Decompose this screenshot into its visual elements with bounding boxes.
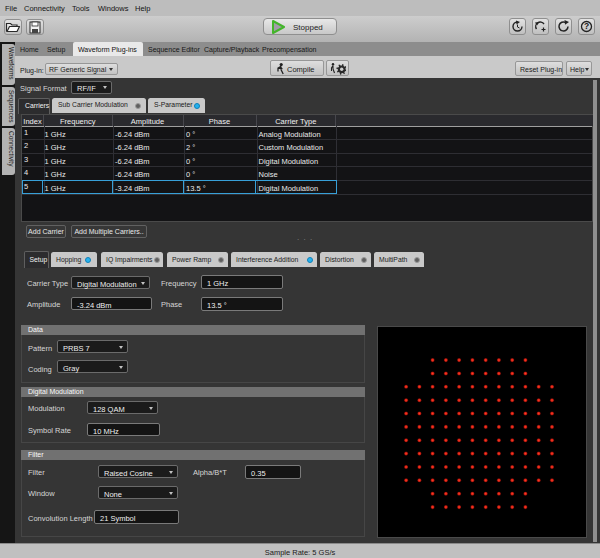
svg-text:?: ?	[584, 21, 589, 31]
